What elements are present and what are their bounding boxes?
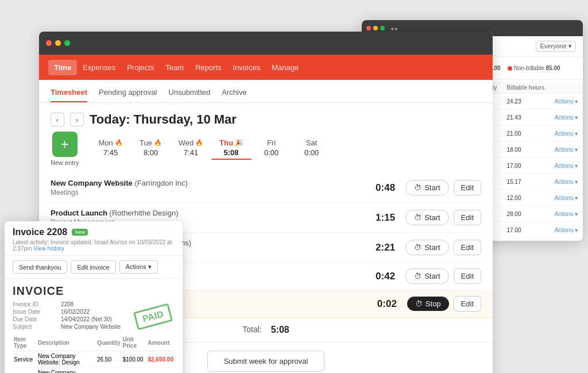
tab-row: Timesheet Pending approval Unsubmitted A… [39, 80, 493, 103]
col-billable: Billable hours [502, 82, 550, 94]
day-name: Fri [267, 139, 276, 147]
menu-time[interactable]: Time [48, 60, 77, 75]
menu-team[interactable]: Team [160, 60, 189, 75]
entry-client: (Farringdon Inc) [134, 179, 187, 187]
dot-red[interactable] [366, 26, 371, 30]
menu-invoices[interactable]: Invoices [227, 60, 266, 75]
actions-button[interactable]: Actions [119, 260, 158, 274]
day-col-wed[interactable]: Wed🔥 7:41 [171, 139, 211, 160]
total-value: 5:08 [271, 325, 289, 335]
legend-nonbillable: Non-billable 85.00 [508, 65, 560, 71]
inv-desc: New Company Website: Design [37, 351, 96, 368]
start-button[interactable]: ⏱ Start [405, 240, 448, 255]
employee-action[interactable]: Actions ▾ [550, 174, 583, 190]
start-button[interactable]: ⏱ Start [405, 210, 448, 225]
start-button[interactable]: ⏱ Start [405, 180, 448, 195]
tab-archive[interactable]: Archive [222, 88, 246, 102]
project-name: Product Launch [51, 209, 107, 217]
employee-action[interactable]: Actions ▾ [550, 142, 583, 158]
employee-action[interactable]: Actions ▾ [550, 126, 583, 142]
edit-invoice-button[interactable]: Edit invoice [71, 260, 115, 274]
inv-qty: 45.00 [96, 368, 122, 374]
edit-button[interactable]: Edit [454, 180, 481, 195]
inv-amount: $4,500.00 [146, 368, 175, 374]
invoice-window: Invoice 2208 New Latest activity: Invoic… [5, 221, 183, 373]
employee-billable: 21.43 [502, 110, 550, 126]
day-name: Thu🎉 [219, 139, 243, 147]
inv-desc: New Company Website: Development [37, 368, 96, 374]
edit-button[interactable]: Edit [454, 268, 481, 284]
date-header: ‹ › Today: Thursday, 10 Mar [39, 103, 493, 132]
menu-projects[interactable]: Projects [121, 60, 160, 75]
inv-subject-label: Subject [13, 324, 59, 330]
employee-action[interactable]: Actions ▾ [550, 94, 583, 110]
reports-nav-arrows[interactable]: ◂ ▸ [390, 25, 398, 32]
employee-billable: 17.00 [502, 158, 550, 174]
tab-unsubmitted[interactable]: Unsubmitted [168, 88, 210, 102]
inv-due-label: Due Date [13, 316, 59, 322]
inv-price: $100.00 [121, 351, 146, 368]
send-thankyou-button[interactable]: Send thankyou [13, 260, 67, 274]
entry-time: 2:21 [366, 242, 395, 253]
tab-pending[interactable]: Pending approval [99, 88, 157, 102]
clock-icon: ⏱ [414, 243, 421, 252]
day-name: Sat [306, 139, 318, 147]
employee-action[interactable]: Actions ▾ [550, 190, 583, 206]
invoice-table-row: Service New Company Website: Development… [13, 368, 175, 374]
submit-week-button[interactable]: Submit week for approval [207, 351, 325, 372]
menu-reports[interactable]: Reports [189, 60, 227, 75]
inv-qty: 26.50 [96, 351, 122, 368]
day-col-sat[interactable]: Sat 0:00 [292, 139, 332, 160]
clock-icon: ⏱ [414, 272, 421, 280]
next-date-button[interactable]: › [70, 113, 84, 126]
edit-button[interactable]: Edit [454, 296, 481, 312]
legend-nonbillable-value: 85.00 [546, 65, 560, 71]
current-date: Today: Thursday, 10 Mar [90, 112, 237, 127]
inv-col-amount: Amount [146, 334, 175, 351]
window-nav-bar [39, 32, 493, 55]
day-col-fri[interactable]: Fri 0:00 [252, 139, 292, 160]
inv-type: Service [13, 351, 37, 368]
nav-dot-green[interactable] [64, 40, 70, 46]
reports-everyone-filter[interactable]: Everyone ▾ [536, 41, 576, 52]
day-col-thu[interactable]: Thu🎉 5:08 [211, 139, 252, 160]
menu-manage[interactable]: Manage [266, 60, 304, 75]
inv-col-price: Unit Price [121, 334, 146, 351]
day-hours: 0:00 [264, 148, 278, 157]
dot-green[interactable] [380, 26, 385, 30]
dot-yellow[interactable] [373, 26, 378, 30]
edit-button[interactable]: Edit [454, 240, 481, 255]
employee-billable: 12.00 [502, 190, 550, 206]
invoice-title: Invoice 2208 [13, 227, 67, 237]
inv-col-desc: Description [37, 334, 96, 351]
entry-time: 0:42 [366, 271, 395, 282]
employee-billable: 28.00 [502, 206, 550, 222]
view-history-link[interactable]: View history [33, 245, 64, 252]
edit-button[interactable]: Edit [454, 210, 481, 225]
day-col-mon[interactable]: Mon🔥 7:45 [91, 139, 131, 160]
employee-action[interactable]: Actions ▾ [550, 110, 583, 126]
nav-dot-red[interactable] [46, 40, 52, 46]
nav-dot-yellow[interactable] [55, 40, 61, 46]
day-col-tue[interactable]: Tue🔥 8:00 [131, 139, 171, 160]
inv-issue-label: Issue Date [13, 309, 59, 315]
entry-row: New Company Website (Farringdon Inc) Mee… [51, 173, 481, 203]
inv-type: Service [13, 368, 37, 374]
new-entry-button[interactable]: + [52, 132, 78, 157]
prev-date-button[interactable]: ‹ [51, 113, 64, 126]
employee-billable: 17.00 [502, 222, 550, 239]
stop-icon: ⏱ [415, 299, 423, 308]
project-name: New Company Website [51, 179, 133, 187]
employee-action[interactable]: Actions ▾ [550, 158, 583, 174]
start-button[interactable]: ⏱ Start [405, 268, 448, 284]
entry-info: New Company Website (Farringdon Inc) Mee… [51, 179, 362, 197]
invoice-title-row: Invoice 2208 New [13, 227, 175, 237]
tab-timesheet[interactable]: Timesheet [51, 88, 87, 102]
nonbillable-dot [508, 66, 512, 71]
menu-expenses[interactable]: Expenses [77, 60, 121, 75]
stop-button[interactable]: ⏱ Stop [407, 297, 449, 311]
entry-project: New Company Website (Farringdon Inc) [51, 179, 362, 187]
employee-action[interactable]: Actions ▾ [550, 206, 583, 222]
employee-action[interactable]: Actions ▾ [550, 222, 583, 239]
total-label: Total: [242, 325, 261, 335]
